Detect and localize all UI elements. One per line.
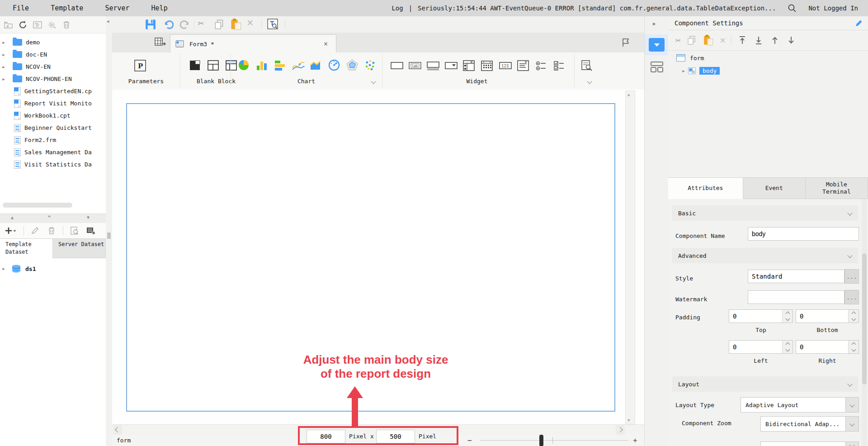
move-up-icon[interactable] <box>769 35 780 46</box>
cut-icon[interactable]: ✂ <box>198 18 204 29</box>
component-zoom-select[interactable]: Bidirectional Adap... <box>760 416 859 432</box>
menu-template[interactable]: Template <box>46 4 88 12</box>
new-folder-icon[interactable] <box>4 20 14 29</box>
spinner-arrows-icon[interactable] <box>848 341 859 353</box>
zoom-slider-track[interactable] <box>480 440 628 441</box>
tree-item-folder[interactable]: ▶NCOV-EN <box>0 61 106 73</box>
query-widget-icon[interactable] <box>580 60 593 71</box>
undo-icon[interactable] <box>163 19 175 30</box>
tree-item-folder[interactable]: ▶demo <box>0 36 106 48</box>
splitter-down-icon[interactable]: ▼ <box>87 215 90 220</box>
save-icon[interactable] <box>145 19 156 30</box>
scroll-up-icon[interactable]: ▲ <box>627 92 630 97</box>
block-chart-icon[interactable] <box>207 60 220 71</box>
tree-item-form[interactable]: Visit Statistics Da <box>0 158 106 171</box>
tree-item-form[interactable]: Sales Management Da <box>0 146 106 158</box>
new-template-grid-icon[interactable] <box>154 37 166 48</box>
dropdown-chevron-icon[interactable] <box>846 397 859 413</box>
edit-dataset-icon[interactable] <box>30 226 40 235</box>
paste-component-icon[interactable] <box>703 34 714 46</box>
vertical-scrollbar[interactable]: ▲ ▼ <box>625 90 635 424</box>
find-replace-icon[interactable] <box>267 18 278 30</box>
next-field-partial[interactable] <box>760 441 859 446</box>
padding-right-spinner[interactable] <box>796 340 859 354</box>
component-name-input[interactable] <box>748 227 859 241</box>
combobox-widget-icon[interactable] <box>444 61 458 71</box>
expander-icon[interactable]: ▶ <box>0 266 7 271</box>
chart-group-label[interactable]: Chart <box>231 78 382 85</box>
component-settings-dock-icon[interactable] <box>649 38 665 52</box>
textarea-widget-icon[interactable] <box>426 61 440 71</box>
widget-group-label[interactable]: Widget <box>382 78 572 85</box>
watermark-picker-button[interactable]: ... <box>844 290 859 304</box>
settings-icon[interactable] <box>47 20 57 29</box>
tree-item-form[interactable]: Form2.frm <box>0 134 106 146</box>
collapse-sidebar-icon[interactable]: ◀ <box>107 19 109 24</box>
redo-icon[interactable] <box>179 19 191 30</box>
checkbox-group-widget-icon[interactable] <box>553 60 566 71</box>
copy-icon[interactable] <box>213 19 225 30</box>
move-to-bottom-icon[interactable] <box>753 35 764 46</box>
section-advanced[interactable]: Advanced <box>672 248 858 263</box>
tree-item-folder[interactable]: ▶NCOV-PHONE-EN <box>0 73 106 85</box>
inspector-scrollbar-thumb[interactable] <box>862 253 867 384</box>
spinner-arrows-icon[interactable] <box>782 341 793 353</box>
search-icon[interactable] <box>788 4 797 13</box>
expander-icon[interactable]: ▶ <box>0 65 7 69</box>
radar-chart-icon[interactable] <box>346 59 359 71</box>
tab-attributes[interactable]: Attributes <box>668 177 743 199</box>
component-tree-item-form[interactable]: form <box>676 54 704 62</box>
section-basic[interactable]: Basic <box>672 205 858 221</box>
padding-left-spinner[interactable] <box>729 340 793 354</box>
zoom-slider-thumb[interactable] <box>539 435 543 446</box>
move-down-icon[interactable] <box>786 35 797 46</box>
splitter-up-icon[interactable]: ▲ <box>11 215 14 220</box>
scroll-down-icon[interactable]: ▼ <box>627 418 630 422</box>
pie-chart-icon[interactable] <box>237 59 250 71</box>
delete-selection-icon[interactable]: × <box>247 16 253 29</box>
expander-icon[interactable]: ▶ <box>0 77 7 81</box>
label-widget-icon[interactable]: lab <box>408 61 422 71</box>
log-link[interactable]: Log <box>392 5 403 12</box>
tab-mobile-terminal[interactable]: Mobile Terminal <box>806 177 868 199</box>
delete-dataset-icon[interactable] <box>47 226 57 235</box>
preview-dataset-icon[interactable] <box>70 226 80 235</box>
radio-group-widget-icon[interactable] <box>535 60 547 71</box>
expand-panel-icon[interactable]: ▶ <box>653 21 656 27</box>
widget-more-icon[interactable] <box>587 79 592 84</box>
login-status[interactable]: Not Logged In <box>808 5 858 12</box>
spinner-arrows-icon[interactable] <box>782 310 793 323</box>
scroll-right-icon[interactable] <box>616 425 625 435</box>
body-width-input[interactable] <box>307 430 345 443</box>
tab-event[interactable]: Event <box>743 177 806 199</box>
cut-component-icon[interactable]: ✂ <box>675 35 681 46</box>
edit-pencil-icon[interactable] <box>854 19 863 28</box>
tree-horizontal-scrollbar[interactable] <box>3 203 72 208</box>
block-widget-icon[interactable] <box>225 60 238 71</box>
copy-component-icon[interactable] <box>686 35 697 46</box>
tab-form3[interactable]: Form3 * × <box>170 34 336 53</box>
parameters-label[interactable]: Parameters <box>113 78 179 85</box>
menu-help[interactable]: Help <box>147 4 172 12</box>
panel-splitter[interactable]: ▲ = ▼ <box>0 214 106 223</box>
close-tab-icon[interactable]: × <box>324 40 328 48</box>
splitter-grip-icon[interactable] <box>108 232 108 239</box>
form-sheet-tab[interactable]: form <box>117 437 131 444</box>
move-to-top-icon[interactable] <box>737 35 748 46</box>
expander-icon[interactable]: ▶ <box>680 69 687 73</box>
layout-type-select[interactable]: Adaptive Layout <box>741 397 859 413</box>
delete-component-icon[interactable]: × <box>720 36 726 45</box>
layout-dock-icon[interactable] <box>650 61 664 73</box>
tree-item-report[interactable]: Report Visit Monito <box>0 97 106 109</box>
body-height-input[interactable] <box>376 430 415 443</box>
expander-icon[interactable]: ▶ <box>0 52 7 57</box>
block-report-icon[interactable] <box>189 60 202 71</box>
delete-icon[interactable] <box>61 20 71 29</box>
menu-server[interactable]: Server <box>100 4 134 12</box>
dropdown-chevron-icon[interactable] <box>846 416 859 432</box>
add-dataset-button[interactable] <box>5 226 17 235</box>
tree-item-report[interactable]: WorkBook1.cpt <box>0 109 106 122</box>
style-picker-button[interactable]: ... <box>844 269 859 284</box>
bar-chart-icon[interactable] <box>274 59 286 71</box>
line-chart-icon[interactable] <box>292 59 305 71</box>
